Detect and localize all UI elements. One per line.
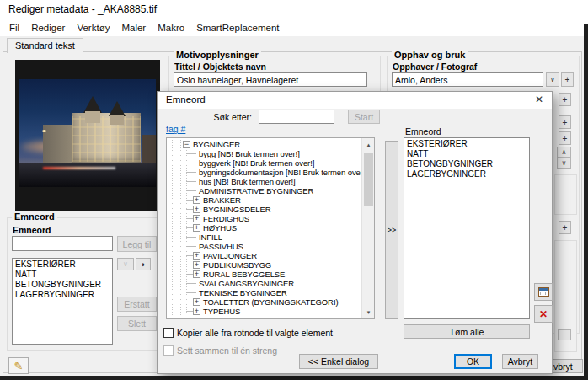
chevron-down-icon: ∨ — [123, 260, 128, 268]
expand-icon[interactable]: + — [193, 224, 200, 232]
tree-item[interactable]: −BYGNINGER — [183, 140, 361, 149]
move-right-button[interactable]: >> — [385, 141, 398, 319]
tree-stub-line — [186, 265, 193, 265]
tree-stub-line — [186, 255, 193, 256]
manual-entry-button[interactable] — [534, 283, 553, 301]
keyword-listbox[interactable]: EKSTERIØRERNATTBETONGBYGNINGERLAGERBYGNI… — [12, 258, 113, 345]
list-item[interactable]: BETONGBYGNINGER — [13, 280, 112, 290]
tree-item[interactable]: PASSIVHUS — [186, 242, 361, 251]
copy-from-root-checkbox[interactable]: Kopier alle fra rotnode til valgte eleme… — [163, 328, 333, 338]
tree-item[interactable]: +BYGNINGSDELER — [186, 205, 361, 214]
vocabulary-link[interactable]: fag # — [166, 124, 185, 134]
edit-template-button[interactable]: ✎ — [8, 357, 29, 374]
spin-up-button[interactable]: ∧ — [557, 147, 571, 158]
checkbox-icon[interactable] — [163, 328, 174, 338]
tree-item[interactable]: +FERDIGHUS — [186, 214, 361, 223]
list-item[interactable]: BETONGBYGNINGER — [404, 159, 529, 169]
creator-field-input[interactable] — [392, 72, 543, 87]
cancel-button[interactable]: Avbryt — [502, 354, 538, 369]
legg-til-button[interactable]: Legg til — [117, 236, 157, 252]
tree-item-label: TOALETTER (BYGNINGSKATEGORI) — [203, 297, 338, 307]
tab-standard-tekst[interactable]: Standard tekst — [7, 38, 83, 53]
tree-item[interactable]: hus [NB! Bruk termen over!] — [186, 177, 361, 186]
tree-item[interactable]: +PUBLIKUMSBYGG — [186, 260, 361, 270]
tree-rows: −BYGNINGERbygg [NB! Bruk termen over!]by… — [167, 140, 361, 316]
tree-item[interactable]: +PAVILJONGER — [186, 251, 361, 260]
expand-icon[interactable]: + — [193, 298, 200, 306]
photo-tower-roof — [83, 96, 102, 113]
tree-item[interactable]: bygg [NB! Bruk termen over!] — [186, 149, 361, 158]
expand-icon[interactable]: + — [193, 206, 200, 213]
title-field-label: Tittel / Objektets navn — [174, 62, 266, 72]
add-button[interactable]: + — [559, 221, 571, 234]
tree-stub-line — [186, 274, 193, 275]
expand-icon[interactable]: + — [193, 215, 200, 222]
tree-item[interactable]: INFILL — [186, 233, 361, 242]
selected-keywords-listbox[interactable]: EKSTERIØRERNATTBETONGBYGNINGERLAGERBYGNI… — [404, 137, 530, 319]
tree-scrollbar[interactable]: ▴ ▾ — [361, 138, 374, 318]
expand-icon[interactable]: + — [193, 252, 200, 260]
tree-item[interactable]: +BRAKKER — [186, 195, 361, 205]
simple-dialog-button[interactable]: << Enkel dialog — [299, 354, 378, 369]
tree-stub-line — [186, 227, 193, 228]
tree-item[interactable]: +TYPEHUS — [186, 307, 361, 316]
erstatt-button[interactable]: Erstatt — [117, 297, 157, 312]
slett-button[interactable]: Slett — [117, 316, 157, 331]
ok-button[interactable]: OK — [454, 354, 492, 369]
photo-tower — [85, 111, 100, 123]
tree-item[interactable]: +HØYHUS — [186, 223, 361, 233]
menu-verktøy[interactable]: Verktøy — [71, 21, 115, 35]
remove-selected-button[interactable]: ✕ — [534, 305, 553, 323]
list-item[interactable]: NATT — [13, 270, 112, 280]
clear-all-button[interactable]: Tøm alle — [404, 324, 530, 339]
tree-item[interactable]: +RURAL BEBYGGELSE — [186, 270, 361, 279]
menu-smartreplacement[interactable]: SmartReplacement — [190, 21, 285, 35]
tree-item-label: PAVILJONGER — [203, 251, 257, 260]
keyword-tree[interactable]: −BYGNINGERbygg [NB! Bruk termen over!]by… — [166, 137, 375, 319]
tree-item[interactable]: TEKNISKE BYGNINGER — [186, 288, 361, 297]
tree-item[interactable]: ADMINISTRATIVE BYGNINGER — [186, 186, 361, 195]
add-button[interactable]: + — [559, 115, 571, 129]
list-item[interactable]: NATT — [404, 149, 529, 159]
thesaurus-button[interactable]: ◗ — [136, 258, 151, 270]
list-item[interactable]: LAGERBYGNINGER — [13, 290, 112, 300]
expand-icon[interactable]: + — [193, 196, 200, 204]
checkbox-icon — [163, 345, 174, 356]
emneord-dialog: Emneord ✕ Søk etter: Start fag # −BYGNIN… — [157, 91, 553, 374]
tree-item[interactable]: bygningsdokumentasjon [NB! Bruk termen o… — [186, 168, 361, 177]
add-button[interactable]: + — [559, 131, 571, 145]
emneord-input[interactable] — [12, 236, 113, 251]
search-input[interactable] — [259, 110, 334, 124]
tree-item[interactable]: +TOALETTER (BYGNINGSKATEGORI) — [186, 297, 361, 307]
close-icon[interactable]: ✕ — [535, 94, 543, 105]
photo-light-streak — [43, 167, 115, 169]
start-search-button[interactable]: Start — [348, 110, 380, 124]
creator-dropdown-button[interactable]: ∨ — [546, 72, 559, 87]
tree-item[interactable]: SVALGANGSBYGNINGER — [186, 279, 361, 288]
menu-rediger[interactable]: Rediger — [25, 21, 71, 35]
menu-maler[interactable]: Maler — [115, 21, 152, 35]
menu-fil[interactable]: Fil — [3, 21, 25, 35]
expand-icon[interactable]: + — [193, 270, 200, 278]
spin-down-button[interactable]: ∨ — [557, 158, 571, 169]
scroll-down-icon[interactable]: ▾ — [362, 306, 375, 318]
scroll-up-icon[interactable]: ▴ — [362, 138, 375, 151]
copy-from-root-label: Kopier alle fra rotnode til valgte eleme… — [177, 328, 333, 338]
expand-icon[interactable]: + — [193, 308, 200, 315]
creator-add-button[interactable]: + — [561, 72, 574, 87]
list-item[interactable]: LAGERBYGNINGER — [404, 169, 529, 179]
add-button[interactable]: + — [559, 93, 571, 106]
list-item[interactable]: EKSTERIØRER — [13, 260, 112, 270]
keyword-dropdown-button[interactable]: ∨ — [117, 258, 134, 270]
delete-icon: ✕ — [539, 308, 548, 320]
menu-makro[interactable]: Makro — [152, 21, 190, 35]
title-field-input[interactable] — [174, 72, 367, 87]
list-item[interactable]: EKSTERIØRER — [404, 139, 529, 149]
tree-item[interactable]: byggverk [NB! Bruk termen over!] — [186, 158, 361, 168]
group-emneord: Emneord Emneord Legg til EKSTERIØRERNATT… — [7, 217, 158, 351]
tree-item-label: byggverk [NB! Bruk termen over!] — [199, 158, 314, 168]
tree-leaf-dash-icon — [186, 190, 196, 191]
expand-icon[interactable]: + — [193, 261, 200, 269]
collapse-icon[interactable]: − — [183, 141, 190, 148]
scrollbar-thumb[interactable] — [364, 153, 373, 206]
